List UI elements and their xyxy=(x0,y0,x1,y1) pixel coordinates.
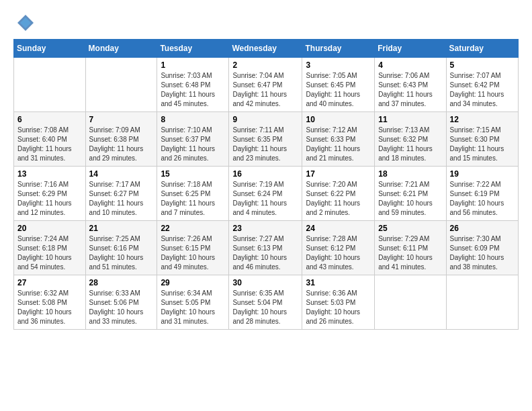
calendar-cell: 19Sunrise: 7:22 AM Sunset: 6:19 PM Dayli… xyxy=(446,167,518,221)
day-number: 6 xyxy=(17,115,82,124)
calendar-cell: 6Sunrise: 7:08 AM Sunset: 6:40 PM Daylig… xyxy=(14,112,86,167)
day-number: 8 xyxy=(161,115,225,124)
logo xyxy=(13,13,35,32)
calendar-week-row: 6Sunrise: 7:08 AM Sunset: 6:40 PM Daylig… xyxy=(14,112,519,167)
calendar-cell xyxy=(375,275,446,330)
calendar-cell: 4Sunrise: 7:06 AM Sunset: 6:43 PM Daylig… xyxy=(375,58,446,112)
day-of-week-header: Thursday xyxy=(302,40,375,58)
day-info: Sunrise: 7:09 AM Sunset: 6:38 PM Dayligh… xyxy=(89,126,154,163)
calendar-table: SundayMondayTuesdayWednesdayThursdayFrid… xyxy=(13,39,519,330)
day-number: 9 xyxy=(232,115,298,124)
calendar-cell: 30Sunrise: 6:35 AM Sunset: 5:04 PM Dayli… xyxy=(229,275,302,330)
day-info: Sunrise: 6:32 AM Sunset: 5:08 PM Dayligh… xyxy=(17,289,82,326)
day-info: Sunrise: 6:35 AM Sunset: 5:04 PM Dayligh… xyxy=(232,289,298,326)
calendar-cell: 25Sunrise: 7:29 AM Sunset: 6:11 PM Dayli… xyxy=(375,221,446,275)
day-info: Sunrise: 7:17 AM Sunset: 6:27 PM Dayligh… xyxy=(89,180,154,218)
day-info: Sunrise: 7:08 AM Sunset: 6:40 PM Dayligh… xyxy=(17,126,82,163)
day-info: Sunrise: 7:03 AM Sunset: 6:48 PM Dayligh… xyxy=(161,71,225,109)
day-number: 14 xyxy=(89,169,154,179)
day-info: Sunrise: 7:13 AM Sunset: 6:32 PM Dayligh… xyxy=(378,126,442,163)
calendar-header-row: SundayMondayTuesdayWednesdayThursdayFrid… xyxy=(14,40,519,58)
day-number: 2 xyxy=(232,60,298,70)
calendar-week-row: 27Sunrise: 6:32 AM Sunset: 5:08 PM Dayli… xyxy=(14,275,519,330)
calendar-cell: 12Sunrise: 7:15 AM Sunset: 6:30 PM Dayli… xyxy=(446,112,518,167)
calendar-cell: 18Sunrise: 7:21 AM Sunset: 6:21 PM Dayli… xyxy=(375,167,446,221)
calendar-cell: 27Sunrise: 6:32 AM Sunset: 5:08 PM Dayli… xyxy=(14,275,86,330)
calendar-cell: 1Sunrise: 7:03 AM Sunset: 6:48 PM Daylig… xyxy=(157,58,229,112)
day-info: Sunrise: 7:10 AM Sunset: 6:37 PM Dayligh… xyxy=(161,126,225,163)
day-number: 29 xyxy=(161,278,225,287)
calendar-cell: 17Sunrise: 7:20 AM Sunset: 6:22 PM Dayli… xyxy=(302,167,375,221)
day-number: 10 xyxy=(306,115,371,124)
day-of-week-header: Tuesday xyxy=(157,40,229,58)
logo-icon xyxy=(16,13,35,32)
calendar-cell: 22Sunrise: 7:26 AM Sunset: 6:15 PM Dayli… xyxy=(157,221,229,275)
day-number: 16 xyxy=(232,169,298,179)
calendar-cell: 13Sunrise: 7:16 AM Sunset: 6:29 PM Dayli… xyxy=(14,167,86,221)
calendar-week-row: 1Sunrise: 7:03 AM Sunset: 6:48 PM Daylig… xyxy=(14,58,519,112)
day-info: Sunrise: 7:19 AM Sunset: 6:24 PM Dayligh… xyxy=(232,180,298,218)
page-header xyxy=(13,13,519,32)
calendar-cell: 2Sunrise: 7:04 AM Sunset: 6:47 PM Daylig… xyxy=(229,58,302,112)
calendar-cell: 5Sunrise: 7:07 AM Sunset: 6:42 PM Daylig… xyxy=(446,58,518,112)
calendar-cell: 21Sunrise: 7:25 AM Sunset: 6:16 PM Dayli… xyxy=(85,221,157,275)
day-number: 28 xyxy=(89,278,154,287)
day-info: Sunrise: 7:12 AM Sunset: 6:33 PM Dayligh… xyxy=(306,126,371,163)
day-number: 5 xyxy=(450,60,515,70)
calendar-cell: 15Sunrise: 7:18 AM Sunset: 6:25 PM Dayli… xyxy=(157,167,229,221)
day-of-week-header: Wednesday xyxy=(229,40,302,58)
day-info: Sunrise: 7:15 AM Sunset: 6:30 PM Dayligh… xyxy=(450,126,515,163)
day-of-week-header: Saturday xyxy=(446,40,518,58)
day-info: Sunrise: 7:05 AM Sunset: 6:45 PM Dayligh… xyxy=(306,71,371,109)
day-info: Sunrise: 6:36 AM Sunset: 5:03 PM Dayligh… xyxy=(306,289,371,326)
day-info: Sunrise: 7:06 AM Sunset: 6:43 PM Dayligh… xyxy=(378,71,442,109)
calendar-cell xyxy=(446,275,518,330)
day-number: 4 xyxy=(378,60,442,70)
calendar-cell: 3Sunrise: 7:05 AM Sunset: 6:45 PM Daylig… xyxy=(302,58,375,112)
calendar-cell: 24Sunrise: 7:28 AM Sunset: 6:12 PM Dayli… xyxy=(302,221,375,275)
day-number: 13 xyxy=(17,169,82,179)
day-number: 11 xyxy=(378,115,442,124)
calendar-cell: 29Sunrise: 6:34 AM Sunset: 5:05 PM Dayli… xyxy=(157,275,229,330)
calendar-cell: 26Sunrise: 7:30 AM Sunset: 6:09 PM Dayli… xyxy=(446,221,518,275)
day-number: 24 xyxy=(306,224,371,233)
calendar-cell: 31Sunrise: 6:36 AM Sunset: 5:03 PM Dayli… xyxy=(302,275,375,330)
day-number: 18 xyxy=(378,169,442,179)
day-number: 19 xyxy=(450,169,515,179)
day-number: 23 xyxy=(232,224,298,233)
day-info: Sunrise: 6:34 AM Sunset: 5:05 PM Dayligh… xyxy=(161,289,225,326)
day-info: Sunrise: 7:21 AM Sunset: 6:21 PM Dayligh… xyxy=(378,180,442,218)
day-number: 1 xyxy=(161,60,225,70)
day-of-week-header: Monday xyxy=(85,40,157,58)
day-of-week-header: Sunday xyxy=(14,40,86,58)
calendar-cell xyxy=(85,58,157,112)
day-info: Sunrise: 7:30 AM Sunset: 6:09 PM Dayligh… xyxy=(450,234,515,272)
day-number: 3 xyxy=(306,60,371,70)
day-number: 20 xyxy=(17,224,82,233)
day-number: 12 xyxy=(450,115,515,124)
day-number: 30 xyxy=(232,278,298,287)
day-info: Sunrise: 7:28 AM Sunset: 6:12 PM Dayligh… xyxy=(306,234,371,272)
day-number: 25 xyxy=(378,224,442,233)
day-number: 7 xyxy=(89,115,154,124)
day-info: Sunrise: 7:16 AM Sunset: 6:29 PM Dayligh… xyxy=(17,180,82,218)
day-number: 15 xyxy=(161,169,225,179)
calendar-cell: 9Sunrise: 7:11 AM Sunset: 6:35 PM Daylig… xyxy=(229,112,302,167)
calendar-cell: 8Sunrise: 7:10 AM Sunset: 6:37 PM Daylig… xyxy=(157,112,229,167)
calendar-cell: 20Sunrise: 7:24 AM Sunset: 6:18 PM Dayli… xyxy=(14,221,86,275)
day-number: 21 xyxy=(89,224,154,233)
day-info: Sunrise: 7:11 AM Sunset: 6:35 PM Dayligh… xyxy=(232,126,298,163)
day-info: Sunrise: 7:22 AM Sunset: 6:19 PM Dayligh… xyxy=(450,180,515,218)
calendar-cell: 28Sunrise: 6:33 AM Sunset: 5:06 PM Dayli… xyxy=(85,275,157,330)
calendar-cell xyxy=(14,58,86,112)
calendar-cell: 23Sunrise: 7:27 AM Sunset: 6:13 PM Dayli… xyxy=(229,221,302,275)
calendar-cell: 7Sunrise: 7:09 AM Sunset: 6:38 PM Daylig… xyxy=(85,112,157,167)
calendar-cell: 16Sunrise: 7:19 AM Sunset: 6:24 PM Dayli… xyxy=(229,167,302,221)
day-info: Sunrise: 7:20 AM Sunset: 6:22 PM Dayligh… xyxy=(306,180,371,218)
day-number: 22 xyxy=(161,224,225,233)
day-of-week-header: Friday xyxy=(375,40,446,58)
calendar-week-row: 13Sunrise: 7:16 AM Sunset: 6:29 PM Dayli… xyxy=(14,167,519,221)
calendar-cell: 14Sunrise: 7:17 AM Sunset: 6:27 PM Dayli… xyxy=(85,167,157,221)
day-number: 27 xyxy=(17,278,82,287)
day-info: Sunrise: 7:27 AM Sunset: 6:13 PM Dayligh… xyxy=(232,234,298,272)
